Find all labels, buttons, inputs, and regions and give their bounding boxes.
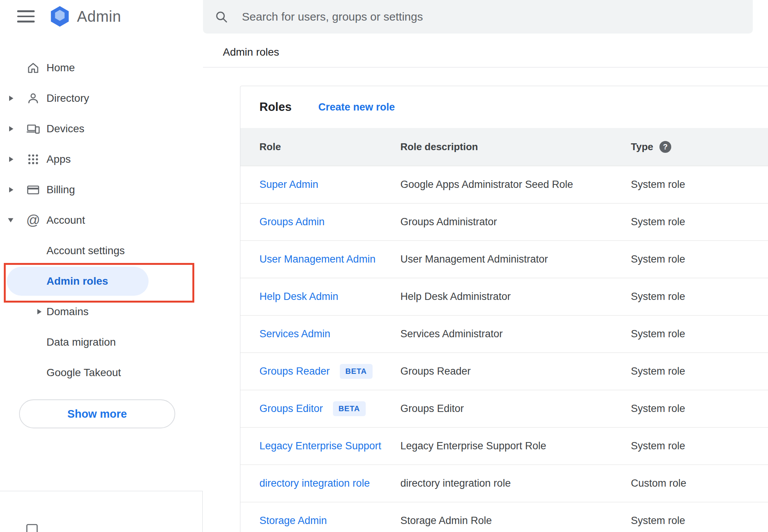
- role-type: System role: [631, 253, 768, 265]
- breadcrumb: Admin roles: [223, 46, 279, 58]
- role-description: Services Administrator: [400, 328, 631, 340]
- role-link[interactable]: Legacy Enterprise Support: [259, 440, 381, 452]
- role-link[interactable]: Help Desk Admin: [259, 291, 338, 303]
- role-link[interactable]: Groups Reader: [259, 365, 330, 377]
- apps-grid-icon: [26, 152, 40, 167]
- role-type: System role: [631, 216, 768, 228]
- table-body: Super Admin Google Apps Administrator Se…: [240, 166, 768, 532]
- role-description: User Management Administrator: [400, 253, 631, 265]
- role-link[interactable]: Groups Admin: [259, 216, 325, 228]
- menu-icon[interactable]: [17, 10, 35, 22]
- role-type: System role: [631, 365, 768, 377]
- home-icon: [26, 61, 40, 75]
- role-link[interactable]: User Management Admin: [259, 253, 376, 265]
- chevron-right-icon: [9, 157, 13, 162]
- person-icon: [26, 91, 40, 106]
- at-icon: @: [26, 213, 40, 228]
- billing-card-icon: [26, 183, 40, 197]
- chevron-down-icon: [8, 218, 13, 223]
- sidebar: Home Directory Devices: [0, 53, 203, 388]
- table-row: Storage Admin Storage Admin Role System …: [240, 502, 768, 532]
- role-link[interactable]: Super Admin: [259, 179, 318, 191]
- sidebar-item-domains[interactable]: Domains: [0, 296, 203, 327]
- sidebar-item-directory[interactable]: Directory: [0, 83, 203, 114]
- chevron-right-icon: [9, 187, 13, 192]
- chevron-right-icon: [37, 309, 42, 314]
- role-description: Storage Admin Role: [400, 515, 631, 527]
- sidebar-item-data-migration[interactable]: Data migration: [0, 327, 203, 357]
- top-left-brand: Admin: [0, 0, 203, 34]
- sidebar-item-billing[interactable]: Billing: [0, 175, 203, 205]
- role-type: System role: [631, 179, 768, 191]
- table-header-row: Role Role description Type ?: [240, 128, 768, 166]
- table-row: Services Admin Services Administrator Sy…: [240, 316, 768, 353]
- column-header-type: Type ?: [631, 141, 768, 153]
- table-row: Legacy Enterprise Support Legacy Enterpr…: [240, 428, 768, 465]
- role-type: Custom role: [631, 478, 768, 489]
- sidebar-bottom-divider: [0, 491, 203, 491]
- devices-icon: [26, 122, 40, 136]
- roles-card-header: Roles Create new role: [240, 86, 768, 128]
- help-icon[interactable]: ?: [659, 141, 671, 153]
- sidebar-item-account[interactable]: @ Account: [0, 205, 203, 236]
- column-header-description: Role description: [400, 141, 631, 153]
- chevron-right-icon: [9, 126, 13, 131]
- sidebar-item-account-settings[interactable]: Account settings: [0, 236, 203, 266]
- sidebar-item-apps[interactable]: Apps: [0, 144, 203, 175]
- column-header-role: Role: [259, 141, 400, 153]
- table-row: Groups Editor BETA Groups Editor System …: [240, 390, 768, 428]
- search-input[interactable]: [242, 10, 741, 23]
- table-row: User Management Admin User Management Ad…: [240, 241, 768, 278]
- role-description: Legacy Enterprise Support Role: [400, 440, 631, 452]
- table-row: Groups Admin Groups Administrator System…: [240, 204, 768, 241]
- app-title: Admin: [77, 8, 121, 25]
- role-description: directory integration role: [400, 478, 631, 489]
- page-title: Roles: [259, 100, 291, 114]
- partial-menu-icon: [25, 523, 39, 532]
- chevron-right-icon: [9, 96, 13, 101]
- role-link[interactable]: Services Admin: [259, 328, 330, 340]
- role-link[interactable]: directory integration role: [259, 478, 370, 489]
- header-divider: [203, 67, 768, 67]
- role-type: System role: [631, 328, 768, 340]
- admin-console-page: Admin Admin roles Home Directory: [0, 0, 768, 532]
- role-link[interactable]: Storage Admin: [259, 515, 327, 527]
- admin-hexagon-logo-icon: [49, 5, 71, 27]
- table-row: Help Desk Admin Help Desk Administrator …: [240, 278, 768, 316]
- role-description: Groups Administrator: [400, 216, 631, 228]
- sidebar-item-google-takeout[interactable]: Google Takeout: [0, 357, 203, 388]
- role-description: Groups Reader: [400, 365, 631, 377]
- app-logo: Admin: [49, 5, 121, 27]
- sidebar-item-admin-roles[interactable]: Admin roles: [0, 266, 203, 296]
- beta-badge: BETA: [340, 364, 373, 379]
- role-type: System role: [631, 291, 768, 303]
- role-link[interactable]: Groups Editor: [259, 403, 323, 415]
- search-bar: [203, 0, 753, 34]
- sidebar-item-devices[interactable]: Devices: [0, 114, 203, 144]
- role-description: Groups Editor: [400, 403, 631, 415]
- role-type: System role: [631, 440, 768, 452]
- sidebar-edge-divider: [202, 491, 203, 532]
- table-row: directory integration role directory int…: [240, 465, 768, 502]
- role-type: System role: [631, 515, 768, 527]
- show-more-button[interactable]: Show more: [19, 399, 175, 428]
- table-row: Groups Reader BETA Groups Reader System …: [240, 353, 768, 390]
- role-description: Help Desk Administrator: [400, 291, 631, 303]
- beta-badge: BETA: [333, 401, 366, 416]
- roles-card: Roles Create new role Role Role descript…: [240, 86, 768, 532]
- table-row: Super Admin Google Apps Administrator Se…: [240, 166, 768, 204]
- search-icon: [214, 10, 228, 24]
- sidebar-item-home[interactable]: Home: [0, 53, 203, 83]
- create-new-role-link[interactable]: Create new role: [318, 101, 395, 113]
- role-type: System role: [631, 403, 768, 415]
- role-description: Google Apps Administrator Seed Role: [400, 179, 631, 191]
